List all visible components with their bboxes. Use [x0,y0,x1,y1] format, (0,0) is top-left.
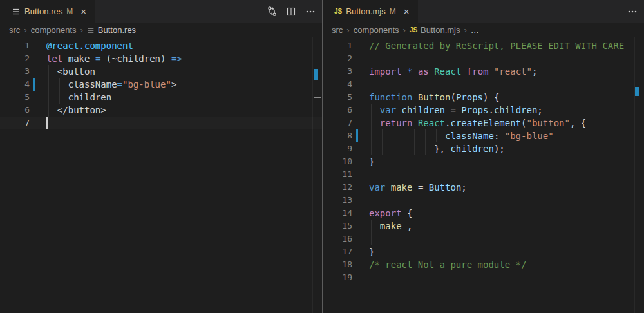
code-line[interactable]: 10} [323,155,644,168]
code-line[interactable]: 7 return React.createElement("button", { [323,117,644,129]
code-line[interactable]: 15 make , [323,220,644,232]
code-text[interactable]: <button [46,65,322,78]
code-text[interactable] [46,117,322,129]
code-text[interactable]: } [369,155,644,168]
gutter[interactable] [352,258,369,271]
gutter[interactable] [352,52,369,65]
code-text[interactable]: export { [369,207,644,220]
code-line[interactable]: 1@react.component [0,39,322,52]
tab-button-res[interactable]: Button.res M × [0,0,95,23]
code-line[interactable]: 7 [0,117,322,129]
line-number[interactable]: 3 [0,65,30,78]
gutter[interactable] [352,220,369,232]
code-line[interactable]: 8 className: "bg-blue" [323,129,644,142]
breadcrumb-item[interactable]: components [31,25,77,35]
gutter[interactable] [30,65,46,78]
gutter[interactable] [30,117,46,129]
gutter[interactable] [352,245,369,258]
line-number[interactable]: 12 [323,181,352,194]
tab-button-mjs[interactable]: JS Button.mjs M × [323,0,418,23]
code-text[interactable]: function Button(Props) { [369,91,644,104]
code-text[interactable]: className: "bg-blue" [369,129,644,142]
gutter[interactable] [30,52,46,65]
code-line[interactable]: 4 className="bg-blue"> [0,78,322,91]
overview-ruler-right[interactable] [634,37,635,313]
code-text[interactable]: var children = Props.children; [369,104,644,117]
gutter[interactable] [352,232,369,245]
code-text[interactable]: children [46,91,322,104]
more-actions-icon[interactable] [626,5,639,18]
code-text[interactable]: } [369,245,644,258]
code-text[interactable]: var make = Button; [369,181,644,194]
breadcrumb-item[interactable]: components [354,25,399,35]
breadcrumb-item[interactable]: src [332,25,343,35]
gutter[interactable] [352,91,369,104]
code-text[interactable]: @react.component [46,39,322,52]
split-editor-icon[interactable] [285,5,298,18]
line-number[interactable]: 13 [323,194,352,207]
line-number[interactable]: 6 [323,104,352,117]
code-line[interactable]: 2 [323,52,644,65]
code-line[interactable]: 1// Generated by ReScript, PLEASE EDIT W… [323,39,644,52]
code-line[interactable]: 2let make = (~children) => [0,52,322,65]
line-number[interactable]: 3 [323,65,352,78]
code-text[interactable]: className="bg-blue"> [46,78,322,91]
code-line[interactable]: 13 [323,194,644,207]
overview-ruler-left[interactable] [312,37,313,313]
code-line[interactable]: 3import * as React from "react"; [323,65,644,78]
code-line[interactable]: 4 [323,78,644,91]
code-line[interactable]: 18/* react Not a pure module */ [323,258,644,271]
line-number[interactable]: 6 [0,104,30,117]
code-line[interactable]: 6 </button> [0,104,322,117]
close-icon[interactable]: × [404,6,410,16]
line-number[interactable]: 17 [323,245,352,258]
code-text[interactable]: return React.createElement("button", { [369,117,644,129]
line-number[interactable]: 11 [323,168,352,181]
gutter[interactable] [352,104,369,117]
gutter[interactable] [352,194,369,207]
code-line[interactable]: 5function Button(Props) { [323,91,644,104]
code-text[interactable] [369,78,644,91]
code-editor-res[interactable]: 1@react.component2let make = (~children)… [0,37,322,129]
code-text[interactable] [369,232,644,245]
code-line[interactable]: 3 <button [0,65,322,78]
line-number[interactable]: 1 [0,39,30,52]
gutter[interactable] [352,181,369,194]
code-line[interactable]: 19 [323,271,644,284]
code-line[interactable]: 12var make = Button; [323,181,644,194]
gutter[interactable] [30,39,46,52]
gutter[interactable] [352,117,369,129]
gutter[interactable] [352,142,369,155]
code-text[interactable] [369,52,644,65]
line-number[interactable]: 9 [323,142,352,155]
code-editor-mjs[interactable]: 1// Generated by ReScript, PLEASE EDIT W… [323,37,644,284]
line-number[interactable]: 15 [323,220,352,232]
gutter[interactable] [30,78,46,91]
code-text[interactable]: </button> [46,104,322,117]
code-line[interactable]: 6 var children = Props.children; [323,104,644,117]
code-text[interactable]: let make = (~children) => [46,52,322,65]
code-text[interactable] [369,168,644,181]
line-number[interactable]: 1 [323,39,352,52]
breadcrumb-item[interactable]: JSButton.mjs [410,25,460,35]
code-line[interactable]: 5 children [0,91,322,104]
code-line[interactable]: 17} [323,245,644,258]
line-number[interactable]: 4 [0,78,30,91]
gutter[interactable] [352,271,369,284]
code-text[interactable]: import * as React from "react"; [369,65,644,78]
gutter[interactable] [352,207,369,220]
code-line[interactable]: 11 [323,168,644,181]
line-number[interactable]: 14 [323,207,352,220]
close-icon[interactable]: × [80,6,86,16]
open-changes-icon[interactable] [265,5,278,18]
gutter[interactable] [352,39,369,52]
gutter[interactable] [352,129,369,142]
breadcrumb-item[interactable]: src [9,25,20,35]
line-number[interactable]: 19 [323,271,352,284]
code-text[interactable]: }, children); [369,142,644,155]
line-number[interactable]: 2 [0,52,30,65]
line-number[interactable]: 5 [0,91,30,104]
line-number[interactable]: 16 [323,232,352,245]
gutter[interactable] [352,65,369,78]
gutter[interactable] [30,91,46,104]
